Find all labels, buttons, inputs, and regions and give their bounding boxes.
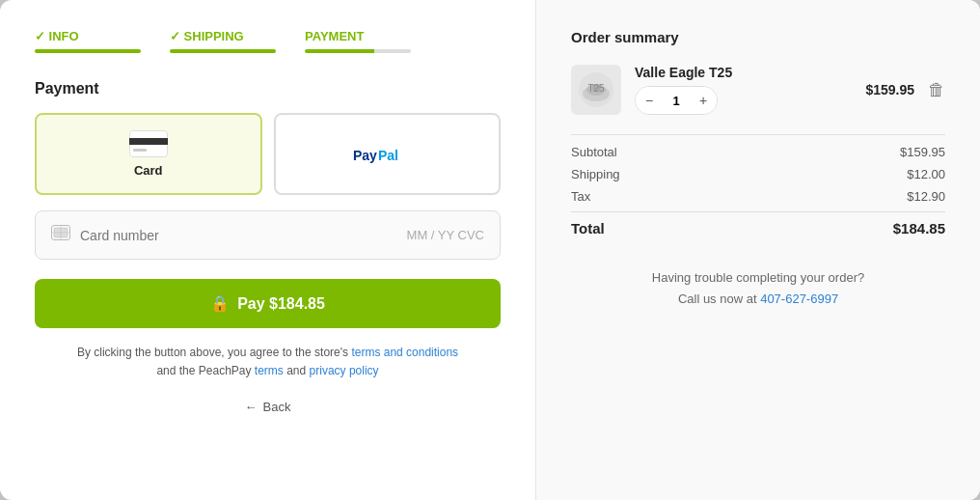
card-payment-icon — [129, 130, 168, 157]
support-line1: Having trouble completing your order? — [652, 270, 864, 285]
svg-text:Pal: Pal — [378, 148, 398, 163]
pay-button[interactable]: 🔒 Pay $184.85 — [35, 279, 501, 328]
payment-option-paypal[interactable]: Pay Pal — [274, 113, 502, 195]
back-label: Back — [263, 400, 291, 414]
terms-prefix: By clicking the button above, you agree … — [77, 346, 348, 359]
card-number-input[interactable] — [80, 228, 397, 243]
payment-title: Payment — [35, 80, 501, 97]
card-input-row[interactable]: MM / YY CVC — [35, 210, 501, 260]
peachpay-terms-link[interactable]: terms — [255, 364, 284, 377]
step-payment-bar — [305, 49, 411, 53]
delete-item-icon[interactable]: 🗑 — [928, 80, 945, 100]
shipping-label: Shipping — [571, 167, 620, 181]
payment-methods: Card Pay Pal — [35, 113, 501, 195]
quantity-decrease-button[interactable]: − — [636, 87, 663, 114]
support-line2: Call us now at — [678, 292, 757, 306]
step-shipping: ✓ SHIPPING — [170, 29, 276, 53]
step-info-label: ✓ INFO — [35, 29, 79, 43]
svg-text:Pay: Pay — [353, 148, 377, 163]
card-chip-icon — [51, 225, 70, 245]
pay-button-label: Pay $184.85 — [237, 295, 325, 313]
product-thumbnail: T25 — [571, 65, 621, 115]
quantity-value: 1 — [663, 94, 690, 108]
terms-peachpay: and the PeachPay — [156, 364, 251, 377]
subtotal-line: Subtotal $159.95 — [571, 145, 945, 159]
back-arrow-icon: ← — [245, 400, 258, 414]
support-text: Having trouble completing your order? Ca… — [571, 267, 945, 310]
total-label: Total — [571, 220, 605, 236]
order-item-price: $159.95 — [865, 82, 914, 97]
step-shipping-label: ✓ SHIPPING — [170, 29, 244, 43]
paypal-logo-icon: Pay Pal — [353, 145, 421, 164]
shipping-value: $12.00 — [907, 167, 945, 181]
card-date-cvc-label: MM / YY CVC — [407, 228, 484, 242]
terms-section: By clicking the button above, you agree … — [35, 344, 501, 380]
subtotal-value: $159.95 — [900, 145, 945, 159]
order-summary-title: Order summary — [571, 29, 945, 45]
step-payment-label: PAYMENT — [305, 29, 364, 43]
quantity-increase-button[interactable]: + — [690, 87, 717, 114]
svg-rect-2 — [133, 149, 147, 152]
summary-divider — [571, 134, 945, 135]
tax-value: $12.90 — [907, 189, 945, 204]
step-info-bar — [35, 49, 141, 53]
lock-icon: 🔒 — [210, 294, 230, 313]
tax-label: Tax — [571, 189, 590, 204]
step-payment: PAYMENT — [305, 29, 411, 53]
order-item-info: Valle Eagle T25 − 1 + — [635, 65, 852, 115]
total-line: Total $184.85 — [571, 211, 945, 236]
back-link[interactable]: ← Back — [35, 400, 501, 414]
support-phone-link[interactable]: 407-627-6997 — [760, 292, 838, 306]
left-panel: ✓ INFO ✓ SHIPPING PAYMENT Payment — [0, 0, 536, 500]
shipping-line: Shipping $12.00 — [571, 167, 945, 181]
payment-option-card[interactable]: Card — [35, 113, 262, 195]
privacy-policy-link[interactable]: privacy policy — [310, 364, 379, 377]
steps-bar: ✓ INFO ✓ SHIPPING PAYMENT — [35, 29, 501, 53]
order-item-name: Valle Eagle T25 — [635, 65, 852, 80]
total-value: $184.85 — [893, 220, 945, 236]
step-info: ✓ INFO — [35, 29, 141, 53]
quantity-control: − 1 + — [635, 86, 718, 115]
terms-and-conditions-link[interactable]: terms and conditions — [351, 346, 458, 359]
svg-text:T25: T25 — [587, 83, 605, 94]
step-shipping-bar — [170, 49, 276, 53]
product-image-icon: T25 — [575, 69, 617, 111]
tax-line: Tax $12.90 — [571, 189, 945, 204]
subtotal-label: Subtotal — [571, 145, 617, 159]
terms-and: and — [286, 364, 309, 377]
card-option-label: Card — [134, 163, 163, 178]
right-panel: Order summary T25 Valle Eagle T25 − 1 + — [536, 0, 980, 500]
support-section: Having trouble completing your order? Ca… — [571, 267, 945, 310]
order-item: T25 Valle Eagle T25 − 1 + $159.95 🗑 — [571, 65, 945, 115]
svg-rect-1 — [129, 138, 168, 145]
